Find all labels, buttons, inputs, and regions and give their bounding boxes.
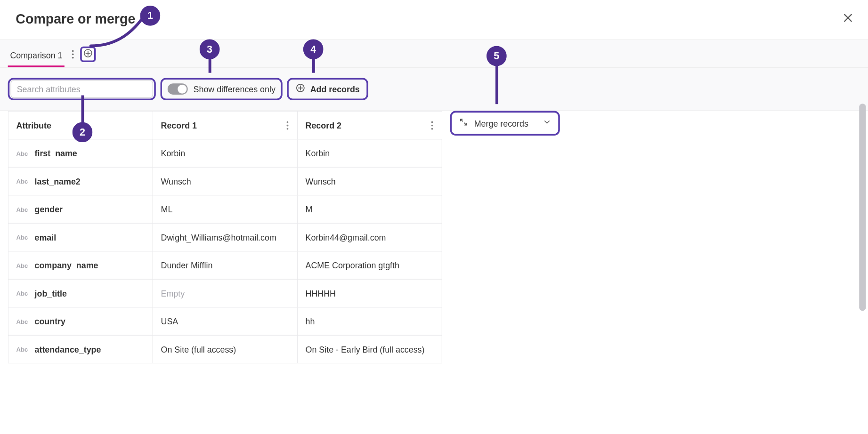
table-row: AbcgenderMLM — [8, 195, 442, 224]
add-comparison-button[interactable] — [81, 46, 96, 62]
callout-line-3 — [209, 58, 211, 73]
callout-5: 5 — [487, 46, 507, 66]
record-2-cell: hh — [297, 307, 442, 336]
attribute-name: company_name — [35, 260, 98, 270]
toggle-label: Show differences only — [194, 84, 276, 94]
attribute-cell: Abcjob_title — [8, 279, 153, 307]
type-badge: Abc — [16, 150, 28, 156]
chevron-down-icon — [543, 118, 552, 129]
svg-point-2 — [72, 56, 74, 58]
header-record-2: Record 2 — [297, 111, 442, 139]
table-row: Abclast_name2WunschWunsch — [8, 167, 442, 195]
tab-actions — [69, 46, 96, 66]
callout-line-4 — [312, 58, 315, 73]
record-1-cell: On Site (full access) — [153, 335, 297, 363]
record-1-cell: Wunsch — [153, 167, 297, 195]
comparison-table: Attribute Record 1 Record 2 — [8, 111, 442, 364]
record-2-cell: Korbin — [297, 139, 442, 168]
header-record-2-label: Record 2 — [306, 121, 341, 130]
plus-circle-icon — [83, 48, 93, 60]
callout-line-5 — [495, 65, 498, 104]
table-row: Abcfirst_nameKorbinKorbin — [8, 139, 442, 168]
record-2-cell: ACME Corporation gtgfth — [297, 251, 442, 280]
dialog-header: Compare or merge — [0, 0, 868, 40]
record-1-cell: Empty — [153, 279, 297, 307]
tab-comparison-1[interactable]: Comparison 1 — [8, 46, 65, 67]
record-1-cell: Korbin — [153, 139, 297, 168]
toolbar: Show differences only Add records — [0, 68, 868, 111]
svg-point-10 — [431, 128, 433, 129]
attribute-name: first_name — [35, 148, 77, 158]
callout-4: 4 — [303, 39, 324, 59]
merge-label: Merge records — [474, 119, 528, 128]
tabs-row: Comparison 1 — [0, 40, 868, 68]
merge-records-dropdown[interactable]: Merge records — [450, 111, 560, 136]
attribute-cell: Abcgender — [8, 195, 153, 224]
svg-point-9 — [431, 124, 433, 126]
toggle-highlight: Show differences only — [160, 78, 283, 100]
type-badge: Abc — [16, 262, 28, 268]
type-badge: Abc — [16, 234, 28, 241]
plus-circle-icon — [296, 83, 306, 95]
record-2-cell: M — [297, 195, 442, 224]
attribute-name: job_title — [35, 289, 67, 298]
record-2-cell: On Site - Early Bird (full access) — [297, 335, 442, 363]
callout-line-2 — [81, 95, 84, 123]
attribute-cell: Abcfirst_name — [8, 139, 153, 168]
record-2-cell: Korbin44@gmail.com — [297, 223, 442, 251]
table-row: AbcemailDwight_Williams@hotmail.comKorbi… — [8, 223, 442, 251]
add-records-button[interactable]: Add records — [287, 78, 368, 100]
attribute-cell: Abcattendance_type — [8, 335, 153, 363]
attribute-name: gender — [35, 204, 63, 214]
table-row: Abcjob_titleEmptyHHHHH — [8, 279, 442, 307]
callout-2: 2 — [73, 122, 93, 142]
svg-point-1 — [72, 53, 74, 55]
record-2-cell: HHHHH — [297, 279, 442, 307]
svg-point-0 — [72, 50, 74, 52]
header-record-1-label: Record 1 — [161, 121, 197, 130]
header-record-1: Record 1 — [153, 111, 297, 139]
record-1-menu-icon[interactable] — [286, 120, 289, 130]
record-2-menu-icon[interactable] — [430, 120, 434, 130]
table-row: Abccompany_nameDunder MifflinACME Corpor… — [8, 251, 442, 280]
record-1-cell: USA — [153, 307, 297, 336]
close-icon[interactable] — [840, 9, 855, 29]
header-attribute-label: Attribute — [16, 121, 51, 130]
type-badge: Abc — [16, 206, 28, 212]
attribute-name: last_name2 — [35, 177, 81, 186]
attribute-name: country — [35, 316, 65, 326]
record-1-cell: Dwight_Williams@hotmail.com — [153, 223, 297, 251]
attribute-cell: Abclast_name2 — [8, 167, 153, 195]
svg-point-5 — [287, 121, 289, 123]
svg-point-8 — [431, 121, 433, 123]
attribute-name: email — [35, 233, 57, 242]
type-badge: Abc — [16, 290, 28, 297]
record-1-cell: Dunder Mifflin — [153, 251, 297, 280]
merge-icon — [458, 117, 468, 129]
attribute-cell: Abccountry — [8, 307, 153, 336]
attribute-cell: Abccompany_name — [8, 251, 153, 280]
tab-menu-icon[interactable] — [69, 48, 77, 60]
attribute-cell: Abcemail — [8, 223, 153, 251]
type-badge: Abc — [16, 178, 28, 185]
record-1-cell: ML — [153, 195, 297, 224]
add-records-label: Add records — [310, 84, 360, 94]
svg-point-6 — [287, 124, 289, 126]
callout-1: 1 — [140, 6, 161, 26]
scrollbar[interactable] — [859, 104, 866, 311]
page-title: Compare or merge — [16, 11, 135, 27]
attribute-name: attendance_type — [35, 345, 101, 354]
callout-3: 3 — [200, 39, 220, 59]
record-2-cell: Wunsch — [297, 167, 442, 195]
table-row: Abcattendance_typeOn Site (full access)O… — [8, 335, 442, 363]
type-badge: Abc — [16, 346, 28, 353]
show-differences-toggle[interactable] — [168, 83, 188, 95]
svg-point-7 — [287, 128, 289, 129]
table-row: AbccountryUSAhh — [8, 307, 442, 336]
type-badge: Abc — [16, 318, 28, 324]
